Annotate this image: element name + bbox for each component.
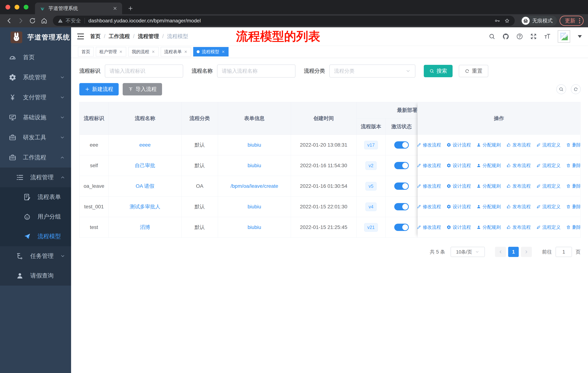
active-status-toggle[interactable] xyxy=(394,141,409,149)
action-delete[interactable]: 删除 xyxy=(566,183,581,189)
action-design-process[interactable]: 设计流程 xyxy=(447,142,471,148)
form-info-link[interactable]: biubiu xyxy=(248,224,261,230)
close-tag-icon[interactable] xyxy=(221,50,225,53)
process-name-link[interactable]: 测试多审批人 xyxy=(130,203,160,210)
sidebar-item-process-management[interactable]: 流程管理 xyxy=(0,168,71,187)
form-info-link[interactable]: biubiu xyxy=(248,142,261,148)
process-name-link[interactable]: 滔博 xyxy=(140,224,150,231)
forward-button[interactable] xyxy=(17,17,24,24)
import-process-button[interactable]: 导入流程 xyxy=(123,83,162,95)
prev-page-button[interactable] xyxy=(495,247,506,257)
action-delete[interactable]: 删除 xyxy=(566,204,581,210)
action-modify-process[interactable]: 修改流程 xyxy=(417,142,441,148)
page-size-select[interactable]: 10条/页 xyxy=(451,247,485,257)
page-number-button[interactable]: 1 xyxy=(508,247,519,257)
sidebar-item-home[interactable]: 首页 xyxy=(0,47,71,67)
close-tab-icon[interactable] xyxy=(113,6,117,11)
process-name-link[interactable]: OA 请假 xyxy=(136,183,154,190)
active-status-toggle[interactable] xyxy=(394,162,409,169)
browser-tab[interactable]: 芋道管理系统 xyxy=(35,2,122,14)
action-assign-rule[interactable]: 分配规则 xyxy=(476,162,501,169)
search-icon[interactable] xyxy=(488,33,495,40)
action-publish-process[interactable]: 发布流程 xyxy=(506,183,531,189)
process-name-input[interactable] xyxy=(217,64,295,78)
action-modify-process[interactable]: 修改流程 xyxy=(417,204,441,210)
avatar-dropdown-caret[interactable] xyxy=(578,35,582,38)
fullscreen-icon[interactable] xyxy=(530,33,537,40)
process-name-link[interactable]: 自己审批 xyxy=(135,162,155,169)
tag-tenant-management[interactable]: 租户管理 xyxy=(96,47,126,56)
action-publish-process[interactable]: 发布流程 xyxy=(506,224,531,230)
tag-my-process[interactable]: 我的流程 xyxy=(128,47,158,56)
url-bar[interactable]: 不安全 dashboard.yudao.iocoder.cn/bpm/manag… xyxy=(53,16,515,26)
form-info-link[interactable]: biubiu xyxy=(248,204,261,210)
close-window-button[interactable] xyxy=(5,5,10,10)
browser-menu-icon[interactable] xyxy=(579,18,580,23)
action-assign-rule[interactable]: 分配规则 xyxy=(476,142,501,148)
sidebar-item-user-group[interactable]: 用户分组 xyxy=(0,207,71,227)
reset-button[interactable]: 重置 xyxy=(459,65,488,77)
breadcrumb-process-management[interactable]: 流程管理 xyxy=(130,33,159,40)
sidebar-item-system[interactable]: 系统管理 xyxy=(0,67,71,87)
process-key-input[interactable] xyxy=(105,64,183,78)
tag-home[interactable]: 首页 xyxy=(78,47,94,56)
action-modify-process[interactable]: 修改流程 xyxy=(417,183,441,189)
close-tag-icon[interactable] xyxy=(151,50,155,53)
active-status-toggle[interactable] xyxy=(394,224,409,231)
hamburger-icon[interactable] xyxy=(77,32,84,40)
app-logo[interactable]: 芋道管理系统 xyxy=(0,27,71,47)
action-design-process[interactable]: 设计流程 xyxy=(447,183,471,189)
tag-process-model[interactable]: 流程模型 xyxy=(193,47,229,56)
action-publish-process[interactable]: 发布流程 xyxy=(506,204,531,210)
bookmark-star-icon[interactable] xyxy=(504,18,510,24)
breadcrumb-home[interactable]: 首页 xyxy=(90,33,101,40)
back-button[interactable] xyxy=(5,17,13,24)
action-design-process[interactable]: 设计流程 xyxy=(447,162,471,169)
action-process-definition[interactable]: 流程定义 xyxy=(536,162,561,169)
action-publish-process[interactable]: 发布流程 xyxy=(506,162,531,169)
sidebar-item-workflow[interactable]: 工作流程 xyxy=(0,148,71,168)
action-assign-rule[interactable]: 分配规则 xyxy=(476,224,501,230)
next-page-button[interactable] xyxy=(521,247,532,257)
reload-button[interactable] xyxy=(29,17,36,24)
update-browser-button[interactable]: 更新 xyxy=(560,16,584,26)
sidebar-item-task-management[interactable]: 任务管理 xyxy=(0,246,71,266)
sidebar-item-leave-query[interactable]: 请假查询 xyxy=(0,266,71,286)
refresh-table-button[interactable] xyxy=(571,84,581,94)
sidebar-item-process-form[interactable]: 流程表单 xyxy=(0,187,71,207)
new-tab-button[interactable] xyxy=(128,5,133,11)
action-process-definition[interactable]: 流程定义 xyxy=(536,204,561,210)
github-icon[interactable] xyxy=(502,33,509,40)
active-status-toggle[interactable] xyxy=(394,182,409,190)
process-name-link[interactable]: eeee xyxy=(139,142,151,148)
action-design-process[interactable]: 设计流程 xyxy=(447,224,471,230)
zoom-window-button[interactable] xyxy=(24,5,28,10)
sidebar-item-process-model[interactable]: 流程模型 xyxy=(0,227,71,246)
breadcrumb-workflow[interactable]: 工作流程 xyxy=(101,33,130,40)
sidebar-item-pay[interactable]: 支付管理 xyxy=(0,87,71,107)
action-delete[interactable]: 删除 xyxy=(566,142,581,148)
font-size-icon[interactable] xyxy=(544,33,551,40)
create-process-button[interactable]: 新建流程 xyxy=(79,83,119,95)
close-tag-icon[interactable] xyxy=(119,50,123,53)
sidebar-item-infrastructure[interactable]: 基础设施 xyxy=(0,107,71,128)
action-delete[interactable]: 删除 xyxy=(566,162,581,169)
home-button[interactable] xyxy=(41,17,48,24)
help-icon[interactable] xyxy=(516,33,523,40)
security-warning-icon[interactable] xyxy=(58,18,63,23)
action-process-definition[interactable]: 流程定义 xyxy=(536,142,561,148)
tag-process-form[interactable]: 流程表单 xyxy=(161,47,191,56)
action-process-definition[interactable]: 流程定义 xyxy=(536,224,561,230)
action-design-process[interactable]: 设计流程 xyxy=(447,204,471,210)
password-key-icon[interactable] xyxy=(494,18,500,24)
action-delete[interactable]: 删除 xyxy=(566,224,581,230)
sidebar-item-devtools[interactable]: 研发工具 xyxy=(0,128,71,148)
search-button[interactable]: 搜索 xyxy=(424,65,452,77)
form-info-link[interactable]: /bpm/oa/leave/create xyxy=(231,183,278,189)
active-status-toggle[interactable] xyxy=(394,203,409,210)
action-assign-rule[interactable]: 分配规则 xyxy=(476,183,501,189)
process-category-select[interactable]: 流程分类 xyxy=(329,64,415,78)
action-publish-process[interactable]: 发布流程 xyxy=(506,142,531,148)
action-modify-process[interactable]: 修改流程 xyxy=(417,224,441,230)
action-modify-process[interactable]: 修改流程 xyxy=(417,162,441,169)
